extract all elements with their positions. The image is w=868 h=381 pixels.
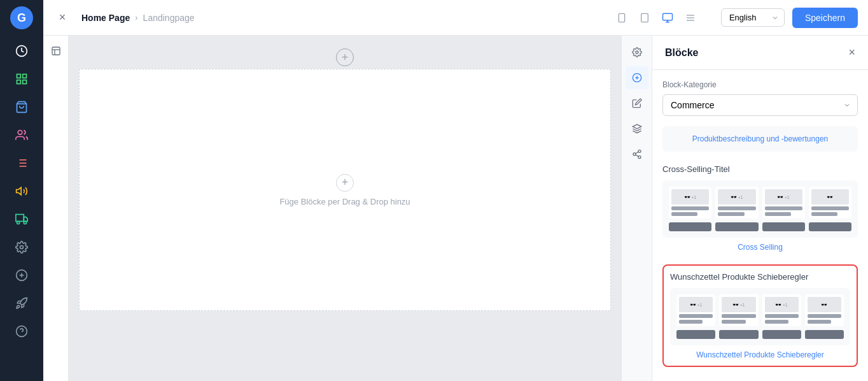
svg-point-18 bbox=[20, 246, 24, 249]
block-item-cross-selling[interactable]: Cross-Selling-Titel 🕶️ •1 bbox=[662, 164, 858, 252]
save-button[interactable]: Speichern bbox=[792, 8, 858, 28]
truncated-item-label: Produktbeschreibung und -bewertungen bbox=[692, 134, 828, 143]
svg-rect-14 bbox=[16, 215, 24, 222]
category-select[interactable]: Commerce Layout Text Media Form bbox=[662, 94, 858, 116]
breadcrumb: Home Page › Landingpage bbox=[81, 13, 195, 23]
preview-card: 🕶️ •1 bbox=[715, 187, 758, 219]
device-tablet-button[interactable] bbox=[634, 8, 655, 28]
edit-icon[interactable] bbox=[626, 92, 648, 115]
sidebar-item-shop[interactable] bbox=[10, 96, 33, 119]
block-item-produktbeschreibung[interactable]: Produktbeschreibung und -bewertungen bbox=[662, 126, 858, 152]
device-list-button[interactable] bbox=[680, 8, 701, 28]
sidebar-item-users[interactable] bbox=[10, 124, 33, 147]
svg-rect-4 bbox=[23, 80, 27, 84]
preview-card: 🕶️ •1 bbox=[719, 294, 758, 326]
page-section[interactable]: + Füge Blöcke per Drag & Drop hinzu bbox=[79, 69, 611, 311]
cross-selling-title: Cross-Selling-Titel bbox=[662, 164, 858, 174]
svg-point-17 bbox=[24, 221, 26, 224]
block-item-wunschzettel[interactable]: Wunschzettel Produkte Schieberegler 🕶️ •… bbox=[662, 264, 858, 367]
add-section-icon[interactable]: + bbox=[336, 48, 354, 66]
app-logo[interactable]: G bbox=[10, 6, 33, 29]
svg-point-16 bbox=[17, 221, 20, 224]
svg-rect-28 bbox=[662, 13, 672, 20]
category-label: Block-Kategorie bbox=[662, 80, 858, 89]
preview-bar bbox=[671, 206, 709, 210]
right-icon-bar bbox=[621, 36, 652, 381]
layers-icon[interactable] bbox=[626, 117, 648, 140]
cross-selling-label[interactable]: Cross Selling bbox=[662, 243, 858, 252]
category-select-wrapper: Commerce Layout Text Media Form bbox=[662, 94, 858, 116]
preview-card: 🕶️ •1 bbox=[762, 187, 805, 219]
sidebar-item-shipping[interactable] bbox=[10, 208, 33, 231]
cross-selling-preview[interactable]: 🕶️ •1 🕶️ •1 bbox=[662, 180, 858, 238]
preview-img: 🕶️ bbox=[811, 189, 849, 205]
top-bar-right: English Deutsch Speichern bbox=[721, 8, 858, 28]
language-select[interactable]: English Deutsch bbox=[721, 8, 785, 27]
preview-bar bbox=[718, 206, 755, 210]
svg-marker-15 bbox=[24, 217, 27, 222]
sidebar-item-pages[interactable] bbox=[10, 68, 33, 90]
device-mobile-button[interactable] bbox=[612, 8, 632, 28]
device-desktop-button[interactable] bbox=[657, 8, 678, 28]
layout-tool-icon[interactable] bbox=[46, 41, 66, 61]
preview-bar bbox=[679, 314, 713, 318]
settings-right-icon[interactable] bbox=[626, 41, 648, 64]
sidebar-item-dashboard[interactable] bbox=[10, 40, 33, 62]
svg-marker-13 bbox=[17, 187, 22, 195]
svg-line-45 bbox=[635, 155, 638, 157]
svg-line-46 bbox=[635, 152, 638, 154]
page-section-add-icon[interactable]: + bbox=[336, 174, 354, 192]
share-icon[interactable] bbox=[626, 143, 648, 166]
svg-point-42 bbox=[638, 150, 641, 152]
svg-rect-34 bbox=[52, 47, 60, 55]
blocks-panel: Blöcke × Block-Kategorie Commerce Layout… bbox=[652, 36, 868, 381]
svg-rect-1 bbox=[17, 75, 21, 78]
preview-card: 🕶️ •1 bbox=[676, 294, 715, 326]
preview-bar bbox=[765, 206, 802, 210]
preview-bar bbox=[808, 314, 841, 318]
preview-img: 🕶️ bbox=[808, 297, 841, 312]
sidebar-item-marketing[interactable] bbox=[10, 180, 33, 203]
page-section-hint: Füge Blöcke per Drag & Drop hinzu bbox=[279, 197, 410, 206]
wunschzettel-label[interactable]: Wunschzettel Produkte Schieberegler bbox=[670, 350, 850, 359]
device-icons bbox=[612, 8, 701, 28]
preview-img: 🕶️ •1 bbox=[671, 189, 709, 205]
wunschzettel-preview[interactable]: 🕶️ •1 🕶️ •1 bbox=[670, 288, 850, 345]
canvas-area: + + Füge Blöcke per Drag & Drop hinzu bbox=[43, 36, 868, 381]
preview-img: 🕶️ •1 bbox=[722, 297, 755, 312]
preview-img: 🕶️ •1 bbox=[765, 189, 802, 205]
svg-marker-41 bbox=[633, 124, 641, 129]
wunschzettel-grid: 🕶️ •1 🕶️ •1 bbox=[676, 294, 844, 326]
preview-card: 🕶️ bbox=[809, 187, 851, 219]
breadcrumb-sub: Landingpage bbox=[143, 13, 195, 23]
wunschzettel-title: Wunschzettel Produkte Schieberegler bbox=[670, 272, 850, 282]
preview-card: 🕶️ bbox=[805, 294, 844, 326]
svg-rect-2 bbox=[23, 75, 27, 78]
preview-bar bbox=[765, 314, 799, 318]
add-block-icon[interactable] bbox=[626, 66, 648, 89]
left-tool-panel bbox=[43, 36, 69, 381]
svg-point-43 bbox=[633, 153, 636, 155]
preview-card: 🕶️ •1 bbox=[669, 187, 711, 219]
block-preview-produktbeschreibung[interactable]: Produktbeschreibung und -bewertungen bbox=[662, 126, 858, 152]
preview-img: 🕶️ •1 bbox=[718, 189, 755, 205]
sidebar-item-settings[interactable] bbox=[10, 236, 33, 259]
preview-bar-short bbox=[811, 212, 837, 216]
svg-point-44 bbox=[638, 156, 641, 159]
cross-selling-grid: 🕶️ •1 🕶️ •1 bbox=[669, 187, 851, 219]
preview-bar-short bbox=[722, 320, 745, 324]
blocks-panel-body: Block-Kategorie Commerce Layout Text Med… bbox=[652, 70, 868, 381]
left-sidebar: G bbox=[0, 0, 43, 381]
blocks-panel-close-button[interactable]: × bbox=[848, 46, 855, 59]
page-canvas[interactable]: + + Füge Blöcke per Drag & Drop hinzu bbox=[69, 36, 621, 381]
sidebar-item-add[interactable] bbox=[10, 264, 33, 287]
sidebar-item-lists[interactable] bbox=[10, 152, 33, 175]
preview-img: 🕶️ •1 bbox=[679, 297, 713, 312]
add-section-top[interactable]: + bbox=[79, 46, 611, 69]
top-bar: × Home Page › Landingpage bbox=[43, 0, 868, 36]
close-button[interactable]: × bbox=[53, 9, 71, 27]
svg-point-6 bbox=[18, 131, 22, 135]
sidebar-item-rocket[interactable] bbox=[10, 292, 33, 315]
main-area: × Home Page › Landingpage bbox=[43, 0, 868, 381]
sidebar-item-help[interactable] bbox=[10, 320, 33, 343]
